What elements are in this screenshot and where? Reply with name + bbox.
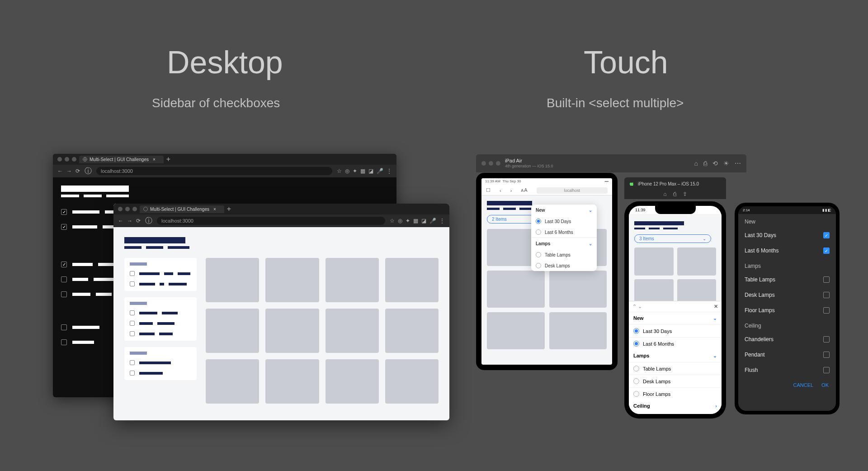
result-tile[interactable] (326, 359, 379, 404)
result-tile[interactable] (487, 312, 545, 349)
select-option[interactable]: Table Lamps (629, 362, 722, 375)
ok-button[interactable]: OK (821, 382, 829, 388)
traffic-lights[interactable] (118, 207, 137, 211)
select-option[interactable]: Desk Lamps (531, 260, 597, 271)
result-tile[interactable] (385, 258, 439, 302)
forward-icon[interactable]: → (66, 168, 72, 174)
result-tile[interactable] (385, 359, 439, 404)
target-icon[interactable]: ◎ (398, 218, 402, 224)
checkbox-icon[interactable] (823, 307, 830, 314)
checkbox-icon[interactable] (61, 339, 67, 345)
mic-icon[interactable]: 🎤 (429, 218, 436, 224)
url-field[interactable]: localhost (537, 187, 608, 194)
home-icon[interactable]: ⌂ (663, 191, 666, 199)
select-multiple-pill[interactable]: 3 Items ⌄ (634, 234, 711, 243)
puzzle-icon[interactable]: ✦ (353, 168, 357, 174)
mic-icon[interactable]: 🎤 (377, 168, 383, 174)
url-field[interactable]: localhost:3000 (96, 167, 332, 175)
puzzle-icon[interactable]: ✦ (406, 218, 410, 224)
checkbox-icon[interactable] (823, 292, 830, 298)
checkbox-icon[interactable] (130, 281, 135, 286)
checkbox-icon[interactable] (823, 336, 830, 343)
ext2-icon[interactable]: ◪ (368, 168, 373, 174)
ext2-icon[interactable]: ◪ (421, 218, 426, 224)
select-option[interactable]: Last 6 Months (629, 337, 722, 350)
select-sheet[interactable]: ⌃ ⌄ ✕ New⌄ Last 30 Days Last 6 Months La… (629, 301, 722, 414)
prev-icon[interactable]: ⌃ (632, 304, 637, 309)
new-tab-button[interactable]: + (227, 205, 231, 213)
select-option[interactable]: Floor Lamps (629, 387, 722, 400)
checkbox-icon[interactable] (61, 209, 67, 215)
reload-icon[interactable]: ⟳ (136, 218, 141, 224)
new-tab-button[interactable]: + (166, 155, 170, 163)
filter-item[interactable] (130, 371, 191, 376)
forward-icon[interactable]: → (127, 218, 132, 224)
checkbox-icon[interactable] (823, 276, 830, 283)
result-tile[interactable] (487, 271, 545, 308)
checkbox-icon[interactable] (823, 232, 830, 238)
checkbox-icon[interactable] (130, 360, 135, 365)
back-icon[interactable]: ← (118, 218, 123, 224)
menu-icon[interactable]: ⋮ (387, 168, 392, 174)
star-icon[interactable]: ☆ (337, 168, 342, 174)
home-icon[interactable]: ⌂ (694, 160, 698, 167)
reload-icon[interactable]: ⟳ (75, 168, 80, 174)
select-option[interactable]: Desk Lamps (738, 287, 836, 303)
screenshot-icon[interactable]: ⎙ (673, 191, 676, 199)
back-icon[interactable]: ‹ (500, 188, 501, 193)
share-icon[interactable]: ⇪ (683, 191, 687, 199)
select-option[interactable]: Last 30 Days (629, 324, 722, 337)
checkbox-icon[interactable] (130, 310, 135, 315)
filter-item[interactable] (130, 360, 191, 365)
filter-item[interactable] (130, 321, 191, 326)
optgroup-header[interactable]: Lamps⌄ (531, 238, 597, 249)
checkbox-icon[interactable] (130, 271, 135, 276)
checkbox-icon[interactable] (61, 276, 67, 282)
menu-icon[interactable]: ⋮ (439, 218, 445, 224)
result-tile[interactable] (385, 309, 439, 353)
target-icon[interactable]: ◎ (345, 168, 349, 174)
result-tile[interactable] (326, 309, 379, 353)
traffic-lights[interactable] (57, 157, 76, 162)
select-option[interactable]: Floor Lamps (738, 303, 836, 318)
traffic-lights[interactable] (481, 161, 500, 166)
result-tile[interactable] (326, 258, 379, 302)
checkbox-icon[interactable] (61, 262, 67, 267)
result-tile[interactable] (206, 309, 259, 353)
result-tile[interactable] (265, 309, 319, 353)
select-option[interactable]: Desk Lamps (629, 375, 722, 387)
appearance-icon[interactable]: ☀ (723, 160, 729, 167)
result-tile[interactable] (677, 247, 717, 276)
sidebar-icon[interactable]: ☐ (486, 187, 491, 193)
ext-icon[interactable]: ▦ (413, 218, 418, 224)
url-field[interactable]: localhost:3000 (157, 217, 385, 225)
checkbox-icon[interactable] (61, 291, 67, 297)
result-tile[interactable] (265, 359, 319, 404)
forward-icon[interactable]: › (510, 188, 512, 193)
result-tile[interactable] (206, 258, 259, 302)
result-tile[interactable] (265, 258, 319, 302)
optgroup-header[interactable]: New⌄ (629, 312, 722, 324)
filter-item[interactable] (130, 271, 191, 276)
checkbox-icon[interactable] (130, 331, 135, 336)
checkbox-icon[interactable] (823, 247, 830, 254)
next-icon[interactable]: ⌄ (638, 304, 642, 309)
optgroup-header[interactable]: New⌄ (531, 205, 597, 216)
checkbox-icon[interactable] (61, 324, 67, 330)
browser-tab[interactable]: Multi-Select | GUI Challenges × (140, 205, 224, 213)
select-option[interactable]: Last 6 Months (531, 227, 597, 238)
select-option[interactable]: Last 30 Days (738, 228, 836, 243)
info-icon[interactable]: ⓘ (85, 167, 92, 176)
filter-item[interactable] (130, 281, 191, 286)
result-tile[interactable] (549, 312, 607, 349)
result-tile[interactable] (549, 271, 607, 308)
select-option[interactable]: Table Lamps (531, 249, 597, 260)
filter-item[interactable] (130, 331, 191, 336)
star-icon[interactable]: ☆ (390, 218, 395, 224)
text-size-icon[interactable]: ᴀA (521, 187, 527, 193)
close-icon[interactable]: ✕ (714, 304, 718, 309)
close-icon[interactable]: × (153, 157, 156, 162)
info-icon[interactable]: ⓘ (145, 216, 152, 226)
checkbox-icon[interactable] (61, 224, 67, 230)
browser-tab[interactable]: Multi-Select | GUI Challenges × (79, 156, 164, 163)
